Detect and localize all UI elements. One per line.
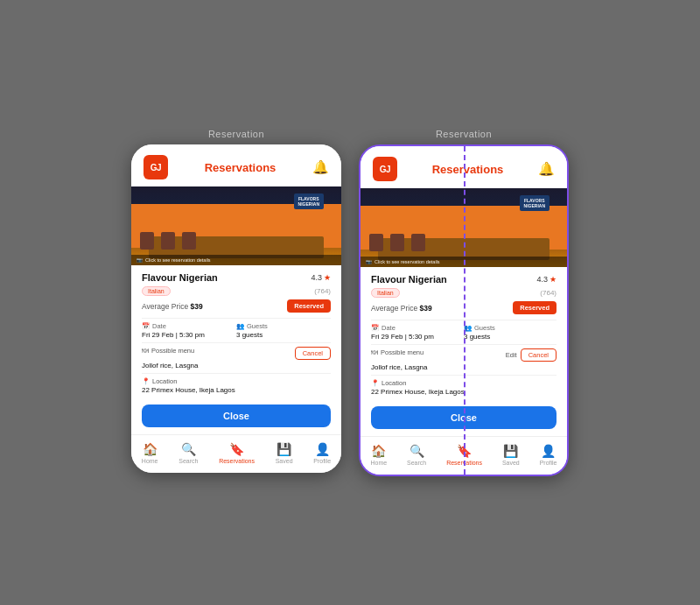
corner-tr: [566, 144, 569, 147]
edit-cancel-row: Edit Cancel: [506, 348, 556, 362]
saved-icon: 💾: [276, 442, 291, 456]
nav-profile-label: Profile: [313, 458, 331, 464]
nav-home[interactable]: 🏠 Home: [142, 442, 158, 464]
review-count: (764): [314, 287, 331, 295]
menu-icon2: 🍽: [371, 348, 378, 356]
screen-container: Reservation GJ Reservations 🔔 FLAVORSNIG…: [114, 111, 586, 494]
reserved-badge2: Reserved: [513, 301, 556, 314]
profile-icon2: 👤: [541, 444, 556, 458]
divider2: [142, 342, 331, 343]
nav-profile-label2: Profile: [540, 460, 557, 466]
restaurant-sign2: FLAVORSNIGERIAN: [520, 195, 550, 211]
nav-saved[interactable]: 💾 Saved: [276, 442, 293, 464]
cuisine-tag: Italian: [142, 286, 171, 296]
menu-value: Jollof rice, Lasgna: [142, 362, 331, 369]
corner-bl: [359, 474, 361, 476]
nav-search[interactable]: 🔍 Search: [178, 442, 198, 464]
phone2-wrapper: Reservation GJ Reservations 🔔: [359, 129, 569, 476]
phone2-label: Reservation: [436, 129, 492, 139]
img-overlay: 📷 Click to see reservation details: [131, 255, 341, 265]
cancel-button[interactable]: Cancel: [295, 347, 331, 360]
date-value: Fri 29 Feb | 5:30 pm: [142, 331, 236, 339]
nav-search-label: Search: [178, 458, 198, 464]
nav-saved-label2: Saved: [502, 460, 520, 466]
cancel-button2[interactable]: Cancel: [521, 348, 556, 362]
date-col: 📅 Date Fri 29 Feb | 5:30 pm: [142, 322, 236, 339]
nav-profile2[interactable]: 👤 Profile: [540, 444, 557, 466]
guests-col: 👥 Guests 3 guests: [236, 322, 331, 339]
date-col2: 📅 Date Fri 29 Feb | 5:30 pm: [371, 324, 464, 341]
search-icon2: 🔍: [410, 444, 424, 458]
nav-reservations-label: Reservations: [219, 458, 255, 464]
logo: GJ: [144, 155, 168, 179]
location-label: 📍 Location: [142, 377, 331, 385]
star-icon2: ★: [550, 275, 556, 284]
chairs2: [369, 234, 425, 251]
restaurant-image[interactable]: FLAVORSNIGERIAN 📷 Click to see reservati…: [131, 186, 341, 265]
review-count2: (764): [540, 289, 556, 297]
header-title2: Reservations: [432, 163, 504, 176]
nav-home2[interactable]: 🏠 Home: [370, 444, 387, 466]
restaurant-name2: Flavour Nigerian: [371, 274, 447, 285]
nav-search2[interactable]: 🔍 Search: [407, 444, 426, 466]
calendar-icon2: 📅: [371, 324, 379, 332]
menu-row: 🍽 Possible menu Cancel: [142, 347, 331, 360]
menu-icon: 🍽: [142, 347, 149, 355]
bell-icon[interactable]: 🔔: [312, 159, 329, 175]
name-rating-row: Flavour Nigerian 4.3 ★: [142, 272, 331, 283]
date-label2: 📅 Date: [371, 324, 464, 332]
date-guests-row: 📅 Date Fri 29 Feb | 5:30 pm 👥 Guests 3 g…: [142, 322, 331, 339]
tags-row: Italian (764): [142, 286, 331, 296]
phone1-wrapper: Reservation GJ Reservations 🔔 FLAVORSNIG…: [131, 129, 341, 476]
edit-button[interactable]: Edit: [506, 348, 517, 362]
restaurant-name: Flavour Nigerian: [142, 272, 218, 283]
bottom-nav: 🏠 Home 🔍 Search 🔖 Reservations 💾 Saved: [131, 434, 341, 473]
avg-price: Average Price $39: [142, 302, 203, 311]
calendar-icon: 📅: [142, 322, 150, 330]
card-body: Flavour Nigerian 4.3 ★ Italian (764) Ave…: [131, 265, 341, 434]
chairs: [140, 232, 196, 250]
location-icon: 📍: [142, 377, 150, 385]
nav-profile[interactable]: 👤 Profile: [313, 442, 331, 464]
nav-saved2[interactable]: 💾 Saved: [502, 444, 520, 466]
guests-label2: 👥 Guests: [464, 324, 556, 332]
dashed-line: [464, 146, 466, 475]
header: GJ Reservations 🔔: [131, 144, 341, 186]
nav-saved-label: Saved: [276, 458, 293, 464]
nav-reservations[interactable]: 🔖 Reservations: [219, 442, 255, 464]
menu-label: 🍽 Possible menu: [142, 347, 194, 355]
guests-label: 👥 Guests: [236, 322, 331, 330]
corner-br: [566, 474, 569, 476]
bell-icon2[interactable]: 🔔: [538, 161, 555, 177]
location-value: 22 Primex House, Ikeja Lagos: [142, 386, 331, 394]
reserved-badge: Reserved: [287, 299, 331, 313]
cuisine-tag2: Italian: [371, 288, 400, 298]
rating2: 4.3 ★: [536, 275, 556, 284]
home-icon2: 🏠: [371, 444, 386, 458]
divider3: [142, 373, 331, 374]
guests-col2: 👥 Guests 3 guests: [464, 324, 556, 341]
guests-icon: 👥: [236, 322, 244, 330]
divider1: [142, 318, 331, 319]
date-label: 📅 Date: [142, 322, 236, 330]
profile-icon: 👤: [315, 442, 330, 456]
restaurant-sign: FLAVORSNIGERIAN: [294, 193, 324, 209]
rating: 4.3 ★: [311, 273, 331, 282]
reservations-icon: 🔖: [229, 442, 244, 456]
phone1-content: GJ Reservations 🔔 FLAVORSNIGERIAN: [131, 144, 341, 473]
date-value2: Fri 29 Feb | 5:30 pm: [371, 333, 464, 341]
close-button[interactable]: Close: [142, 405, 331, 427]
avg-price2: Average Price $39: [371, 304, 432, 313]
price-row: Average Price $39 Reserved: [142, 299, 331, 313]
phone2: GJ Reservations 🔔 FLAVORSNIGERIAN: [359, 144, 569, 476]
location-icon2: 📍: [371, 379, 379, 387]
search-icon: 🔍: [181, 442, 196, 456]
corner-tl: [359, 144, 361, 147]
nav-home-label2: Home: [370, 460, 387, 466]
home-icon: 🏠: [143, 442, 158, 456]
guests-value2: 3 guests: [464, 333, 556, 341]
nav-home-label: Home: [142, 458, 158, 464]
guests-value: 3 guests: [236, 331, 331, 339]
nav-search-label2: Search: [407, 460, 426, 466]
star-icon: ★: [324, 273, 331, 282]
